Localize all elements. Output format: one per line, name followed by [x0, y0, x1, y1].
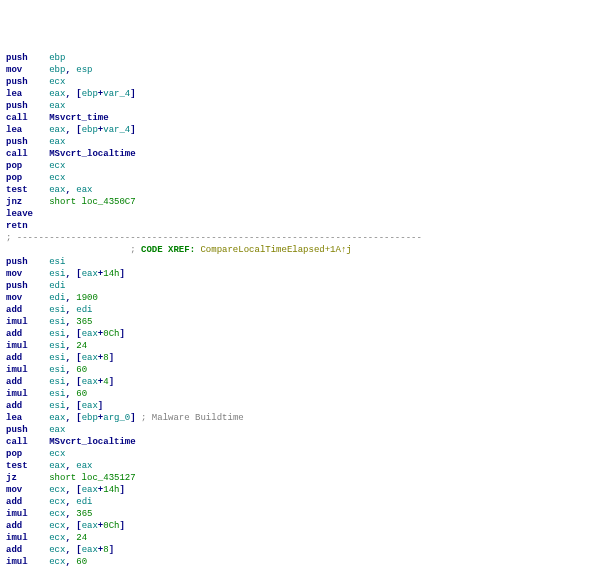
token-op: ]	[130, 89, 135, 99]
token-cm: ;	[130, 245, 141, 255]
asm-line: imul esi, 60	[6, 388, 594, 400]
token-reg: esi	[49, 317, 65, 327]
token-op: , [	[65, 125, 81, 135]
token-reg: eax	[82, 353, 98, 363]
token-reg: edi	[49, 281, 65, 291]
asm-line: push esi	[6, 256, 594, 268]
token-num: 24	[76, 533, 87, 543]
token-fn: MSvcrt_localtime	[49, 437, 135, 447]
token-reg: ecx	[49, 449, 65, 459]
token-mn: push	[6, 53, 28, 63]
token-op: ]	[119, 521, 124, 531]
token-op: ,	[65, 461, 76, 471]
token-mn: pop	[6, 161, 22, 171]
token-op: , [	[65, 413, 81, 423]
token-var: arg_0	[103, 413, 130, 423]
token-mn: imul	[6, 557, 28, 567]
token-mn: imul	[6, 533, 28, 543]
token-op: , [	[65, 329, 81, 339]
token-reg: eax	[49, 101, 65, 111]
token-mn: push	[6, 137, 28, 147]
token-reg: esi	[49, 341, 65, 351]
token-op: ,	[65, 533, 76, 543]
token-op: ]	[130, 125, 135, 135]
asm-line: call Msvcrt_time	[6, 112, 594, 124]
token-mn: mov	[6, 485, 22, 495]
token-op: ]	[109, 377, 114, 387]
token-cm: ; Malware Buildtime	[141, 413, 244, 423]
asm-line: test eax, eax	[6, 460, 594, 472]
token-mn: push	[6, 101, 28, 111]
token-num: 14h	[103, 485, 119, 495]
asm-line: lea eax, [ebp+var_4]	[6, 88, 594, 100]
token-reg: esi	[49, 365, 65, 375]
asm-line: mov esi, [eax+14h]	[6, 268, 594, 280]
asm-line: push ebp	[6, 52, 594, 64]
token-num: 60	[76, 557, 87, 567]
token-reg: eax	[82, 485, 98, 495]
token-xref-t: CompareLocalTimeElapsed+1A↑j	[200, 245, 351, 255]
asm-line: push eax	[6, 136, 594, 148]
asm-line: push eax	[6, 100, 594, 112]
token-mn: lea	[6, 89, 22, 99]
token-reg: ecx	[49, 509, 65, 519]
token-reg: ecx	[49, 545, 65, 555]
token-mn: push	[6, 77, 28, 87]
token-num: 1900	[76, 293, 98, 303]
token-num: 0Ch	[103, 329, 119, 339]
token-reg: eax	[82, 377, 98, 387]
token-op: ,	[65, 341, 76, 351]
token-reg: eax	[49, 137, 65, 147]
asm-line: add ecx, edi	[6, 496, 594, 508]
token-num: 60	[76, 389, 87, 399]
token-op: , [	[65, 521, 81, 531]
token-reg: esi	[49, 353, 65, 363]
token-num: 14h	[103, 269, 119, 279]
asm-line: test eax, eax	[6, 184, 594, 196]
token-op: ,	[65, 185, 76, 195]
token-mn: add	[6, 305, 22, 315]
asm-line: mov edi, 1900	[6, 292, 594, 304]
token-reg: eax	[76, 185, 92, 195]
token-op: , [	[65, 485, 81, 495]
token-mn: call	[6, 437, 28, 447]
asm-line: mov ecx, [eax+14h]	[6, 484, 594, 496]
asm-line: add esi, [eax]	[6, 400, 594, 412]
token-mn: lea	[6, 125, 22, 135]
token-mn: push	[6, 425, 28, 435]
token-reg: ebp	[82, 125, 98, 135]
token-reg: esi	[49, 257, 65, 267]
token-mn: add	[6, 401, 22, 411]
token-reg: eax	[82, 269, 98, 279]
token-reg: eax	[49, 89, 65, 99]
asm-line: jnz short loc_4350C7	[6, 196, 594, 208]
token-reg: edi	[76, 305, 92, 315]
asm-line: add esi, [eax+4]	[6, 376, 594, 388]
token-op: , [	[65, 377, 81, 387]
token-mn: leave	[6, 209, 33, 219]
token-reg: esi	[49, 329, 65, 339]
token-xref-kw: CODE XREF:	[141, 245, 200, 255]
token-reg: eax	[49, 413, 65, 423]
token-mn: jnz	[6, 197, 22, 207]
token-mn: jz	[6, 473, 17, 483]
token-reg: ebp	[82, 413, 98, 423]
token-reg: eax	[49, 425, 65, 435]
token-fn: MSvcrt_localtime	[49, 149, 135, 159]
token-op: ,	[65, 365, 76, 375]
token-reg: eax	[82, 521, 98, 531]
token-reg: esi	[49, 389, 65, 399]
token-op: , [	[65, 401, 81, 411]
token-reg: eax	[49, 185, 65, 195]
token-mn: call	[6, 149, 28, 159]
asm-line: lea eax, [ebp+var_4]	[6, 124, 594, 136]
asm-line: imul esi, 24	[6, 340, 594, 352]
token-reg: ecx	[49, 557, 65, 567]
token-num: short loc_4350C7	[49, 197, 135, 207]
token-reg: ecx	[49, 77, 65, 87]
token-mn: imul	[6, 389, 28, 399]
asm-line: pop ecx	[6, 448, 594, 460]
asm-line: push edi	[6, 280, 594, 292]
token-mn: add	[6, 329, 22, 339]
asm-line: add ecx, [eax+0Ch]	[6, 520, 594, 532]
